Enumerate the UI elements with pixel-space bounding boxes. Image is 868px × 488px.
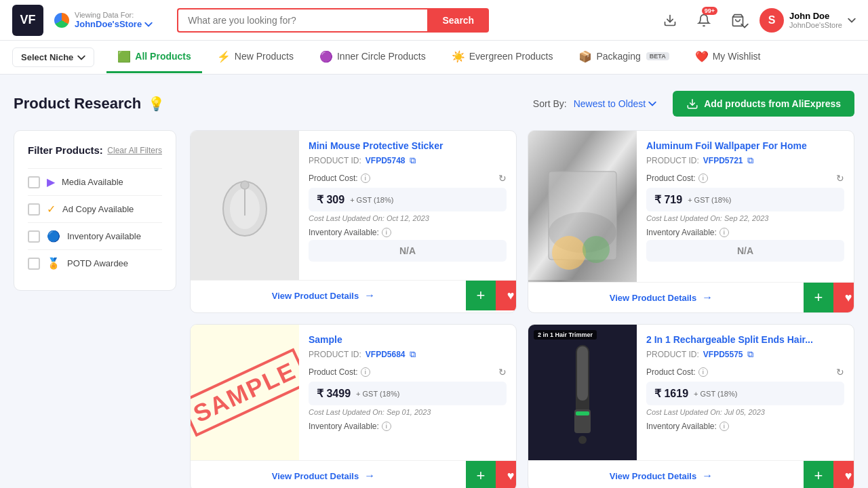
store-name[interactable]: JohnDoe'sStore: [75, 19, 153, 29]
cost-info-icon-1[interactable]: i: [698, 174, 708, 183]
niche-select[interactable]: Select Niche: [12, 47, 94, 67]
svg-rect-15: [576, 411, 589, 415]
wishlist-icon: ❤️: [695, 50, 709, 63]
copy-id-button-1[interactable]: ⧉: [747, 155, 753, 166]
header: VF Viewing Data For: JohnDoe'sStore Sear…: [0, 0, 868, 41]
inventory-box-0: N/A: [309, 240, 507, 262]
filter-adcopy-checkbox[interactable]: [28, 203, 40, 216]
svg-rect-13: [577, 346, 588, 401]
download-icon: [663, 14, 677, 27]
tab-new-products[interactable]: ⚡ New Products: [206, 42, 304, 73]
cost-updated-1: Cost Last Updated On: Sep 22, 2023: [646, 214, 844, 222]
filter-inventory[interactable]: 🔵 Inventory Available: [28, 222, 162, 249]
add-to-wishlist-button-3[interactable]: ♥: [833, 461, 854, 488]
add-to-wishlist-button-2[interactable]: ♥: [496, 461, 517, 488]
inv-info-icon-3[interactable]: i: [719, 422, 729, 431]
view-details-button-2[interactable]: View Product Details →: [190, 462, 466, 488]
tab-wishlist[interactable]: ❤️ My Wishlist: [684, 42, 772, 73]
product-card-1: Aluminum Foil Wallpaper For Home PRODUCT…: [528, 130, 854, 313]
tab-inner-circle[interactable]: 🟣 Inner Circle Products: [309, 42, 437, 73]
refresh-button-3[interactable]: ↻: [836, 367, 844, 378]
arrow-icon-3: →: [702, 470, 713, 482]
tab-packaging[interactable]: 📦 Packaging BETA: [568, 42, 679, 73]
download-button[interactable]: [658, 8, 682, 33]
copy-id-button-0[interactable]: ⧉: [410, 155, 416, 166]
viewing-label: Viewing Data For:: [75, 11, 153, 19]
view-details-button-3[interactable]: View Product Details →: [528, 462, 804, 488]
product-id-val-1: VFPD5721: [703, 156, 743, 165]
add-to-wishlist-button-0[interactable]: ♥: [496, 281, 517, 310]
product-name-2[interactable]: Sample: [309, 334, 507, 345]
tab-all-products-label: All Products: [135, 51, 191, 62]
product-name-1[interactable]: Aluminum Foil Wallpaper For Home: [646, 140, 844, 151]
page-title-row: Product Research 💡: [14, 95, 165, 113]
cost-info-icon-0[interactable]: i: [361, 174, 370, 183]
filter-adcopy[interactable]: ✓ Ad Copy Available: [28, 195, 162, 222]
filter-potd[interactable]: 🏅 POTD Awardee: [28, 249, 162, 277]
beta-badge: BETA: [646, 52, 669, 60]
cost-label-row-3: Product Cost: i ↻: [646, 367, 844, 378]
product-id-val-0: VFPD5748: [366, 156, 406, 165]
tab-evergreen[interactable]: ☀️ Evergreen Products: [441, 42, 564, 73]
product-id-row-2: PRODUCT ID: VFPD5684 ⧉: [309, 349, 507, 360]
inv-label-row-1: Inventory Available: i: [646, 228, 844, 237]
product-id-row-1: PRODUCT ID: VFPD5721 ⧉: [646, 155, 844, 166]
search-input[interactable]: [177, 8, 427, 33]
filter-media-checkbox[interactable]: [28, 176, 40, 188]
gst-text-1: + GST (18%): [688, 196, 731, 204]
view-details-button-1[interactable]: View Product Details →: [528, 283, 804, 312]
content-layout: Filter Products: Clear All Filters ▶ Med…: [14, 130, 854, 488]
view-details-label-3: View Product Details: [610, 471, 696, 481]
inner-circle-icon: 🟣: [319, 50, 333, 63]
product-image-1: [528, 131, 637, 282]
bell-icon: [697, 14, 711, 27]
cost-info-icon-3[interactable]: i: [698, 367, 708, 377]
refresh-button-2[interactable]: ↻: [498, 367, 507, 378]
view-details-button-0[interactable]: View Product Details →: [190, 281, 466, 310]
arrow-icon-0: →: [364, 289, 375, 302]
filter-potd-checkbox[interactable]: [28, 258, 40, 270]
add-products-label: Add products from AliExpress: [704, 98, 841, 109]
add-to-import-button-3[interactable]: +: [804, 461, 833, 488]
products-grid: Mini Mouse Protective Sticker PRODUCT ID…: [190, 130, 854, 488]
sort-select[interactable]: Newest to Oldest: [574, 98, 657, 109]
add-to-import-button-1[interactable]: +: [804, 283, 833, 312]
cost-section-3: Product Cost: i ↻ ₹ 1619 + GST (18%) Cos…: [646, 367, 844, 416]
user-dropdown-icon: [848, 16, 856, 24]
copy-id-button-2[interactable]: ⧉: [410, 349, 416, 360]
product-name-0[interactable]: Mini Mouse Protective Sticker: [309, 140, 507, 151]
search-button[interactable]: Search: [427, 8, 489, 33]
add-to-wishlist-button-1[interactable]: ♥: [833, 283, 854, 312]
notification-button[interactable]: 99+: [692, 8, 716, 33]
product-name-3[interactable]: 2 In 1 Rechargeable Split Ends Hair...: [646, 334, 844, 345]
refresh-button-1[interactable]: ↻: [836, 173, 844, 184]
inv-info-icon-2[interactable]: i: [382, 422, 391, 431]
clear-filters-button[interactable]: Clear All Filters: [107, 146, 162, 155]
cart-button[interactable]: [726, 8, 750, 33]
gst-text-3: + GST (18%): [694, 390, 737, 398]
add-to-import-button-0[interactable]: +: [466, 281, 496, 310]
cost-info-icon-2[interactable]: i: [361, 367, 370, 377]
bulb-icon: 💡: [148, 96, 165, 112]
refresh-button-0[interactable]: ↻: [498, 173, 507, 184]
cost-value-0: ₹ 309: [317, 193, 344, 206]
niche-chevron-icon: [77, 55, 85, 60]
inv-info-icon-1[interactable]: i: [719, 228, 729, 237]
potd-filter-icon: 🏅: [47, 257, 60, 270]
all-products-icon: 🟩: [117, 50, 131, 63]
inv-label-row-3: Inventory Available: i: [646, 422, 844, 431]
gst-text-2: + GST (18%): [356, 390, 399, 398]
card-inner-0: Mini Mouse Protective Sticker PRODUCT ID…: [191, 131, 516, 280]
header-actions: 99+ S John Doe JohnDoe'sStore: [658, 8, 856, 33]
filter-inventory-checkbox[interactable]: [28, 230, 40, 243]
filter-inventory-label: Inventory Available: [67, 231, 141, 241]
copy-id-button-3[interactable]: ⧉: [747, 349, 753, 360]
foil-image-inner: [528, 131, 637, 282]
filter-media[interactable]: ▶ Media Available: [28, 168, 162, 195]
add-to-import-button-2[interactable]: +: [466, 461, 496, 488]
user-info[interactable]: S John Doe JohnDoe'sStore: [760, 8, 856, 33]
inv-info-icon-0[interactable]: i: [382, 228, 391, 237]
tab-all-products[interactable]: 🟩 All Products: [106, 42, 201, 73]
add-products-button[interactable]: Add products from AliExpress: [673, 91, 854, 117]
chevron-down-icon: [144, 20, 153, 28]
